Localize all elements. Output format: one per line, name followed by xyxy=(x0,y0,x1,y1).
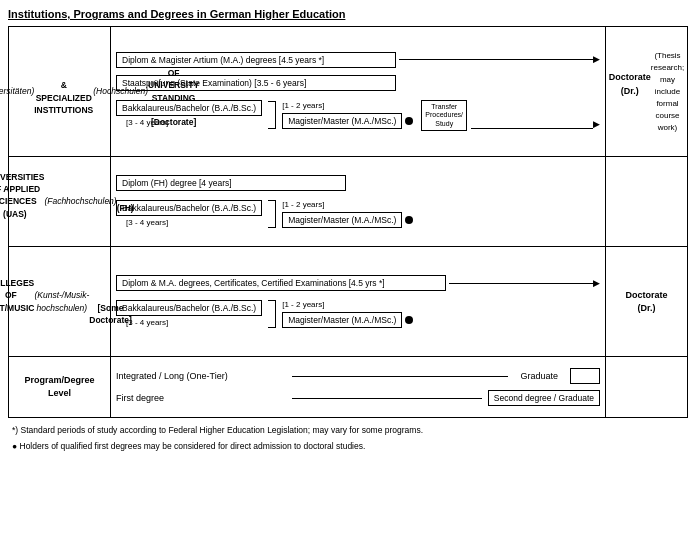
legend-section: Program/DegreeLevel Integrated / Long (O… xyxy=(9,357,687,417)
diplom-fh-row: Diplom (FH) degree [4 years] xyxy=(116,175,600,191)
bach-years-uas: [3 - 4 years] xyxy=(126,218,262,227)
no-doctorate-uas xyxy=(605,157,687,246)
integrated-row: Integrated / Long (One-Tier) Graduate xyxy=(116,368,600,384)
bachelor-box-uni: Bakkalaureus/Bachelor (B.A./B.Sc.) xyxy=(116,100,262,116)
bachelor-box-uas: Bakkalaureus/Bachelor (B.A./B.Sc.) xyxy=(116,200,262,216)
bach-master-uni: Bakkalaureus/Bachelor (B.A./B.Sc.) [3 - … xyxy=(116,100,600,131)
bach-master-uas: Bakkalaureus/Bachelor (B.A./B.Sc.) [3 - … xyxy=(116,200,600,228)
footnote-2: ● Holders of qualified first degrees may… xyxy=(12,440,684,453)
colleges-programs: Diplom & M.A. degrees, Certificates, Cer… xyxy=(111,247,605,356)
footnotes: *) Standard periods of study according t… xyxy=(8,418,688,455)
master-box-uas: Magister/Master (M.A./MSc.) xyxy=(282,212,413,228)
universities-label: UNIVERSITIES(Universitäten)&SPECIALIZEDI… xyxy=(9,27,111,156)
graduate-label: Graduate xyxy=(520,371,558,381)
page-title: Institutions, Programs and Degrees in Ge… xyxy=(8,8,688,20)
main-diagram: UNIVERSITIES(Universitäten)&SPECIALIZEDI… xyxy=(8,26,688,418)
diplom-fh-box: Diplom (FH) degree [4 years] xyxy=(116,175,346,191)
staatspr-row: Staatsprüfung (State Examination) [3.5 -… xyxy=(116,75,600,91)
master-box-uni: Magister/Master (M.A./MSc.) xyxy=(282,113,413,129)
bachelor-box-col: Bakkalaureus/Bachelor (B.A./B.Sc.) xyxy=(116,300,262,316)
first-degree-row: First degree Second degree / Graduate xyxy=(116,390,600,406)
second-degree-box: Second degree / Graduate xyxy=(488,390,600,406)
dot-uni xyxy=(405,117,413,125)
dot-uas xyxy=(405,216,413,224)
integrated-label: Integrated / Long (One-Tier) xyxy=(116,371,286,381)
diplom-box: Diplom & Magister Artium (M.A.) degrees … xyxy=(116,52,396,68)
diplom-ma-row: Diplom & M.A. degrees, Certificates, Cer… xyxy=(116,275,600,291)
master-years-col: [1 - 2 years] xyxy=(282,300,413,309)
legend-content: Integrated / Long (One-Tier) Graduate Fi… xyxy=(111,357,605,417)
colleges-label: COLLEGES OFART/MUSIC(Kunst-/Musik-hochsc… xyxy=(9,247,111,356)
universities-programs: Diplom & Magister Artium (M.A.) degrees … xyxy=(111,27,605,156)
colleges-section: COLLEGES OFART/MUSIC(Kunst-/Musik-hochsc… xyxy=(9,247,687,357)
footnote-1: *) Standard periods of study according t… xyxy=(12,424,684,437)
legend-right-empty xyxy=(605,357,687,417)
master-years-uni: [1 - 2 years] xyxy=(282,101,413,110)
uas-programs: Diplom (FH) degree [4 years] Bakkalaureu… xyxy=(111,157,605,246)
doctorate-col-section: Doctorate(Dr.) xyxy=(605,247,687,356)
first-degree-label: First degree xyxy=(116,393,286,403)
diplom-row: Diplom & Magister Artium (M.A.) degrees … xyxy=(116,52,600,68)
diplom-arrow: ▶ xyxy=(399,55,600,64)
uas-section: UNIVERSITIESOF APPLIEDSCIENCES (UAS)(Fac… xyxy=(9,157,687,247)
master-years-uas: [1 - 2 years] xyxy=(282,200,413,209)
bach-years-uni: [3 - 4 years] xyxy=(126,118,262,127)
uas-label: UNIVERSITIESOF APPLIEDSCIENCES (UAS)(Fac… xyxy=(9,157,111,246)
diplom-ma-arrow: ▶ xyxy=(449,279,600,288)
bach-master-col: Bakkalaureus/Bachelor (B.A./B.Sc.) [3 - … xyxy=(116,300,600,328)
doctorate-uni: Doctorate(Dr.)(Thesis research;may inclu… xyxy=(605,27,687,156)
program-level-label: Program/DegreeLevel xyxy=(9,357,111,417)
transfer-box: TransferProcedures/Study xyxy=(421,100,467,131)
dot-col xyxy=(405,316,413,324)
bach-years-col: [3 - 4 years] xyxy=(126,318,262,327)
empty-box xyxy=(570,368,600,384)
master-box-col: Magister/Master (M.A./MSc.) xyxy=(282,312,413,328)
universities-section: UNIVERSITIES(Universitäten)&SPECIALIZEDI… xyxy=(9,27,687,157)
staatspr-box: Staatsprüfung (State Examination) [3.5 -… xyxy=(116,75,396,91)
diplom-ma-box: Diplom & M.A. degrees, Certificates, Cer… xyxy=(116,275,446,291)
